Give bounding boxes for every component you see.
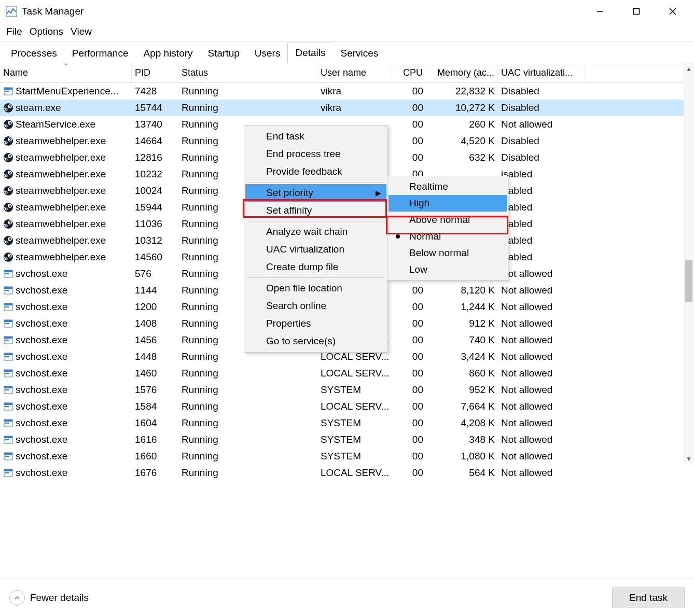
end-task-button[interactable]: End task <box>612 587 685 608</box>
cell-uac: isabled <box>498 167 585 181</box>
header-uac[interactable]: UAC virtualizati... <box>498 63 585 82</box>
cell-status: Running <box>178 450 317 463</box>
cell-pid: 15744 <box>132 101 178 115</box>
tab-users[interactable]: Users <box>247 43 288 63</box>
header-cpu[interactable]: CPU <box>391 63 426 82</box>
tab-processes[interactable]: Processes <box>3 43 65 63</box>
cell-uac: Not allowed <box>498 317 585 330</box>
context-menu-item[interactable]: Create dump file <box>245 258 386 276</box>
header-status[interactable]: Status <box>178 63 317 82</box>
cell-cpu: 00 <box>391 317 426 330</box>
menu-file[interactable]: File <box>4 25 24 38</box>
table-row[interactable]: steam.exe15744Runningvikra0010,272 KDisa… <box>0 100 694 116</box>
cell-memory: 3,424 K <box>426 350 498 363</box>
table-row[interactable]: svchost.exe1604RunningSYSTEM004,208 KNot… <box>0 415 694 431</box>
cell-uac: isabled <box>498 201 585 214</box>
tab-performance[interactable]: Performance <box>64 43 136 63</box>
table-row[interactable]: svchost.exe1584RunningLOCAL SERV...007,6… <box>0 398 694 415</box>
table-row[interactable]: svchost.exe1576RunningSYSTEM00952 KNot a… <box>0 382 694 398</box>
cell-pid: 14560 <box>132 250 178 264</box>
cell-uac: isabled <box>498 250 585 264</box>
context-menu-item[interactable]: End process tree <box>245 145 386 163</box>
cell-pid: 1604 <box>132 416 178 430</box>
table-row[interactable]: svchost.exe1676RunningLOCAL SERV...00564… <box>0 465 694 481</box>
fewer-details-toggle[interactable]: Fewer details <box>9 590 89 606</box>
cell-name: steamwebhelper.exe <box>16 202 106 213</box>
cell-uac: Not allowed <box>498 416 585 430</box>
header-memory[interactable]: Memory (ac... <box>426 63 498 82</box>
process-icon <box>3 401 13 412</box>
menu-options[interactable]: Options <box>27 25 65 38</box>
table-row[interactable]: svchost.exe1460RunningLOCAL SERV...00860… <box>0 365 694 382</box>
cell-pid: 12816 <box>132 151 178 164</box>
context-menu-item[interactable]: Search online <box>245 297 386 315</box>
context-menu-item[interactable]: UAC virtualization <box>245 241 386 258</box>
process-icon <box>3 335 13 345</box>
priority-option[interactable]: Above normal <box>388 212 507 228</box>
cell-uac: Not allowed <box>498 300 585 314</box>
svg-point-28 <box>4 170 13 179</box>
process-icon <box>3 285 13 296</box>
cell-pid: 1448 <box>132 350 178 363</box>
table-row[interactable]: svchost.exe1660RunningSYSTEM001,080 KNot… <box>0 448 694 465</box>
header-name[interactable]: Name⌃ <box>0 63 132 82</box>
cell-status: Running <box>178 400 317 413</box>
scroll-up-icon[interactable]: ▲ <box>684 63 694 75</box>
svg-rect-65 <box>4 303 12 305</box>
cell-pid: 576 <box>132 267 178 281</box>
tab-startup[interactable]: Startup <box>200 43 247 63</box>
menu-separator <box>247 182 384 183</box>
priority-option[interactable]: Normal <box>388 228 507 245</box>
svg-rect-66 <box>5 306 9 307</box>
priority-option[interactable]: High <box>388 195 507 212</box>
menu-view[interactable]: View <box>68 25 94 38</box>
context-menu-item[interactable]: Go to service(s) <box>245 332 386 350</box>
svg-rect-80 <box>4 386 12 388</box>
context-menu-item[interactable]: End task <box>245 128 386 145</box>
table-row[interactable]: StartMenuExperience...7428Runningvikra00… <box>0 83 694 100</box>
context-menu-item[interactable]: Open file location <box>245 279 386 297</box>
svg-rect-95 <box>4 469 12 471</box>
sort-indicator-icon: ⌃ <box>63 63 68 69</box>
cell-cpu: 00 <box>391 151 426 164</box>
priority-option[interactable]: Low <box>388 261 507 278</box>
scroll-down-icon[interactable]: ▼ <box>684 453 694 465</box>
header-pid[interactable]: PID <box>132 63 178 82</box>
header-user[interactable]: User name <box>317 63 391 82</box>
cell-pid: 1460 <box>132 367 178 380</box>
close-button[interactable] <box>655 1 691 22</box>
minimize-button[interactable] <box>582 1 618 22</box>
cell-name: steamwebhelper.exe <box>16 185 106 197</box>
vertical-scrollbar[interactable]: ▲ ▼ <box>684 63 694 465</box>
priority-option[interactable]: Realtime <box>388 178 507 195</box>
context-menu: End taskEnd process treeProvide feedback… <box>244 125 388 353</box>
cell-uac: Not allowed <box>498 118 585 131</box>
maximize-button[interactable] <box>618 1 655 22</box>
context-menu-item[interactable]: Set affinity <box>245 202 386 219</box>
cell-user: vikra <box>317 101 391 115</box>
context-menu-item[interactable]: Properties <box>245 315 386 332</box>
svg-rect-7 <box>5 91 9 92</box>
priority-option[interactable]: Below normal <box>388 245 507 261</box>
tab-services[interactable]: Services <box>333 43 386 63</box>
cell-pid: 7428 <box>132 85 178 98</box>
cell-memory: 564 K <box>426 466 498 480</box>
context-menu-item[interactable]: Analyze wait chain <box>245 223 386 241</box>
table-row[interactable]: svchost.exe1616RunningSYSTEM00348 KNot a… <box>0 431 694 448</box>
tab-app-history[interactable]: App history <box>135 43 200 63</box>
cell-name: svchost.exe <box>16 318 67 329</box>
context-menu-item[interactable]: Provide feedback <box>245 163 386 180</box>
cell-pid: 10024 <box>132 184 178 198</box>
tab-details[interactable]: Details <box>287 43 333 63</box>
context-menu-item[interactable]: Set priority▶ <box>245 184 386 202</box>
process-icon <box>3 302 13 312</box>
cell-uac: isabled <box>498 234 585 247</box>
process-icon <box>3 136 13 146</box>
scrollbar-thumb[interactable] <box>685 260 692 302</box>
cell-uac: Not allowed <box>498 433 585 446</box>
process-icon <box>3 152 13 163</box>
cell-uac: Not allowed <box>498 367 585 380</box>
svg-point-15 <box>9 122 10 123</box>
cell-pid: 1144 <box>132 284 178 297</box>
process-icon <box>3 235 13 246</box>
